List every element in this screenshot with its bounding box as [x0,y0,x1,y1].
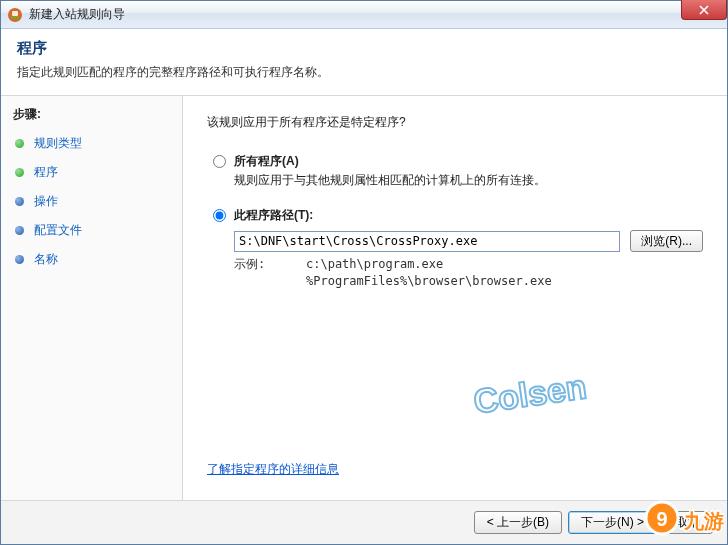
step-bullet-icon [15,197,24,206]
watermark: Colsen [463,356,623,429]
close-icon [699,5,709,15]
close-button[interactable] [681,0,727,20]
step-action[interactable]: 操作 [1,187,182,216]
step-bullet-icon [15,168,24,177]
step-label: 配置文件 [34,222,82,239]
app-icon [7,7,23,23]
option-program-path: 此程序路径(T): 浏览(R)... 示例: c:\path\program.e… [207,207,703,290]
option-all-programs: 所有程序(A) 规则应用于与其他规则属性相匹配的计算机上的所有连接。 [207,153,703,189]
program-path-input[interactable] [234,231,620,252]
step-label: 名称 [34,251,58,268]
cancel-button[interactable]: 取消 [663,511,713,534]
titlebar: 新建入站规则向导 [1,1,727,29]
example-paths: c:\path\program.exe %ProgramFiles%\brows… [306,256,552,290]
step-bullet-icon [15,139,24,148]
example-label: 示例: [234,256,306,290]
step-bullet-icon [15,226,24,235]
step-bullet-icon [15,255,24,264]
radio-all-programs[interactable] [213,155,226,168]
window-title: 新建入站规则向导 [29,6,125,23]
option-path-label: 此程序路径(T): [234,207,313,224]
learn-more-link[interactable]: 了解指定程序的详细信息 [207,462,339,476]
question-text: 该规则应用于所有程序还是特定程序? [207,114,703,131]
radio-program-path[interactable] [213,209,226,222]
step-label: 程序 [34,164,58,181]
page-subtitle: 指定此规则匹配的程序的完整程序路径和可执行程序名称。 [17,64,711,81]
wizard-body: 步骤: 规则类型 程序 操作 配置文件 名称 该规则应用 [1,96,727,500]
wizard-footer: < 上一步(B) 下一步(N) > 取消 [1,500,727,544]
main-panel: 该规则应用于所有程序还是特定程序? 所有程序(A) 规则应用于与其他规则属性相匹… [183,96,727,500]
option-all-desc: 规则应用于与其他规则属性相匹配的计算机上的所有连接。 [234,172,703,189]
wizard-header: 程序 指定此规则匹配的程序的完整程序路径和可执行程序名称。 [1,29,727,96]
back-button[interactable]: < 上一步(B) [474,511,562,534]
svg-rect-2 [11,16,19,19]
svg-text:Colsen: Colsen [471,367,589,420]
sidebar-title: 步骤: [1,102,182,129]
browse-button[interactable]: 浏览(R)... [630,230,703,252]
step-program[interactable]: 程序 [1,158,182,187]
wizard-window: 新建入站规则向导 程序 指定此规则匹配的程序的完整程序路径和可执行程序名称。 步… [0,0,728,545]
step-rule-type[interactable]: 规则类型 [1,129,182,158]
svg-rect-1 [12,11,18,16]
step-label: 规则类型 [34,135,82,152]
step-name[interactable]: 名称 [1,245,182,274]
option-all-label: 所有程序(A) [234,153,299,170]
steps-sidebar: 步骤: 规则类型 程序 操作 配置文件 名称 [1,96,183,500]
next-button[interactable]: 下一步(N) > [568,511,657,534]
step-label: 操作 [34,193,58,210]
step-profile[interactable]: 配置文件 [1,216,182,245]
page-title: 程序 [17,39,711,58]
